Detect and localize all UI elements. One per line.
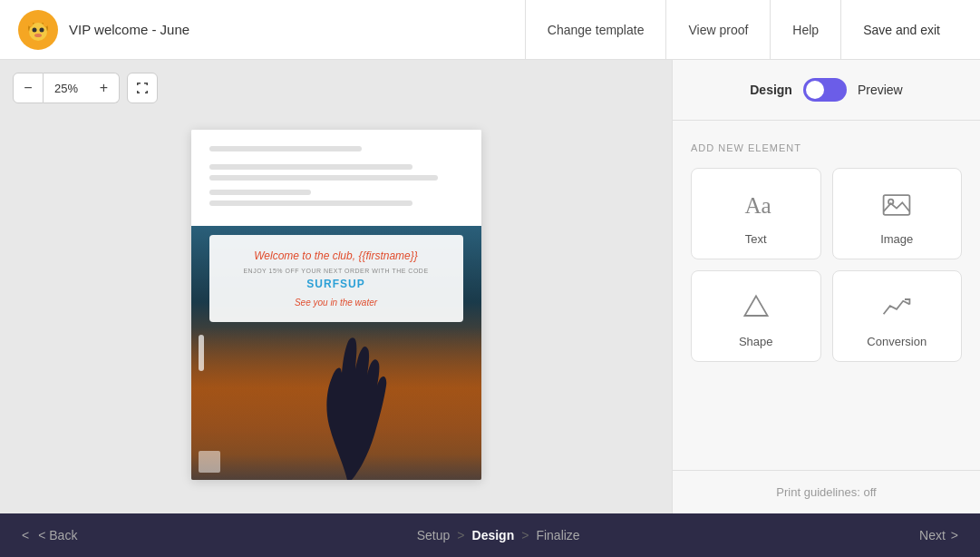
- zoom-level: 25%: [44, 73, 89, 103]
- svg-point-5: [40, 27, 44, 32]
- right-panel: Design Preview ADD NEW ELEMENT Aa Text: [672, 60, 980, 513]
- svg-point-6: [34, 34, 42, 37]
- bottom-bar: < < Back Setup > Design > Finalize Next …: [0, 513, 980, 557]
- next-label: Next: [919, 528, 946, 542]
- zoom-toolbar: − 25% +: [13, 73, 158, 103]
- change-template-button[interactable]: Change template: [525, 0, 666, 60]
- placeholder-line: [209, 190, 311, 195]
- email-welcome-text: Welcome to the club, {{firstname}}: [222, 249, 451, 262]
- back-arrow: <: [22, 528, 29, 542]
- add-shape-card[interactable]: Shape: [691, 270, 821, 362]
- document-title: VIP welcome - June: [69, 22, 525, 37]
- placeholder-line: [209, 200, 412, 206]
- breadcrumb-sep-2: >: [521, 528, 529, 542]
- conversion-element-label: Conversion: [867, 335, 927, 348]
- email-signoff-text: See you in the water: [222, 298, 451, 308]
- email-bottom-box: [199, 451, 220, 473]
- breadcrumb-design: Design: [472, 528, 515, 542]
- image-icon: [878, 187, 915, 223]
- header-actions: Change template View proof Help Save and…: [525, 0, 962, 60]
- email-canvas: Welcome to the club, {{firstname}} ENJOY…: [191, 130, 481, 480]
- help-button[interactable]: Help: [770, 0, 840, 60]
- view-proof-button[interactable]: View proof: [665, 0, 770, 60]
- zoom-in-button[interactable]: +: [89, 73, 120, 103]
- canvas-wrapper: Welcome to the club, {{firstname}} ENJOY…: [0, 60, 672, 513]
- save-exit-button[interactable]: Save and exit: [840, 0, 962, 60]
- breadcrumb-sep-1: >: [457, 528, 464, 542]
- hand-silhouette-image: [293, 335, 402, 480]
- main-content: − 25% +: [0, 60, 980, 513]
- svg-point-4: [33, 27, 37, 32]
- email-promo-text: ENJOY 15% OFF YOUR NEXT ORDER WITH THE C…: [222, 268, 451, 274]
- next-arrow: >: [951, 528, 958, 542]
- toggle-thumb: [806, 81, 824, 99]
- fullscreen-icon: [135, 81, 150, 95]
- breadcrumb: Setup > Design > Finalize: [77, 528, 919, 542]
- preview-toggle-label: Preview: [858, 83, 903, 97]
- text-element-label: Text: [745, 232, 767, 246]
- zoom-out-button[interactable]: −: [13, 73, 44, 103]
- print-guidelines: Print guidelines: off: [673, 470, 980, 513]
- svg-text:Aa: Aa: [744, 193, 771, 218]
- elements-grid: Aa Text Image: [691, 168, 962, 362]
- shape-element-label: Shape: [739, 335, 773, 348]
- next-button[interactable]: Next >: [919, 528, 958, 542]
- add-element-label: ADD NEW ELEMENT: [691, 142, 962, 153]
- back-label: < Back: [38, 528, 77, 542]
- add-conversion-card[interactable]: Conversion: [832, 270, 963, 362]
- breadcrumb-finalize: Finalize: [536, 528, 579, 542]
- email-content-box: Welcome to the club, {{firstname}} ENJOY…: [209, 235, 463, 322]
- text-icon: Aa: [738, 187, 774, 223]
- placeholder-line: [209, 175, 438, 181]
- print-guidelines-text: Print guidelines: off: [776, 485, 876, 499]
- back-button[interactable]: < < Back: [22, 528, 77, 542]
- email-header-section: [191, 130, 481, 226]
- canvas-area: − 25% +: [0, 60, 672, 513]
- conversion-icon: [878, 289, 915, 326]
- image-element-label: Image: [880, 232, 913, 246]
- add-image-card[interactable]: Image: [832, 168, 963, 259]
- email-code-text: SURFSUP: [222, 278, 451, 290]
- panel-content: ADD NEW ELEMENT Aa Text: [673, 121, 980, 470]
- fullscreen-button[interactable]: [127, 73, 158, 103]
- email-image-section: Welcome to the club, {{firstname}} ENJOY…: [191, 226, 481, 480]
- placeholder-line: [209, 164, 412, 170]
- header: VIP welcome - June Change template View …: [0, 0, 980, 60]
- breadcrumb-setup: Setup: [417, 528, 451, 542]
- panel-toggle: Design Preview: [673, 60, 980, 121]
- placeholder-line: [209, 146, 362, 151]
- svg-rect-10: [884, 195, 910, 215]
- design-toggle-label: Design: [750, 83, 792, 97]
- shape-icon: [738, 289, 774, 326]
- scroll-indicator: [199, 335, 204, 371]
- add-text-card[interactable]: Aa Text: [691, 168, 821, 259]
- logo: [18, 10, 58, 50]
- design-preview-toggle[interactable]: [803, 78, 847, 102]
